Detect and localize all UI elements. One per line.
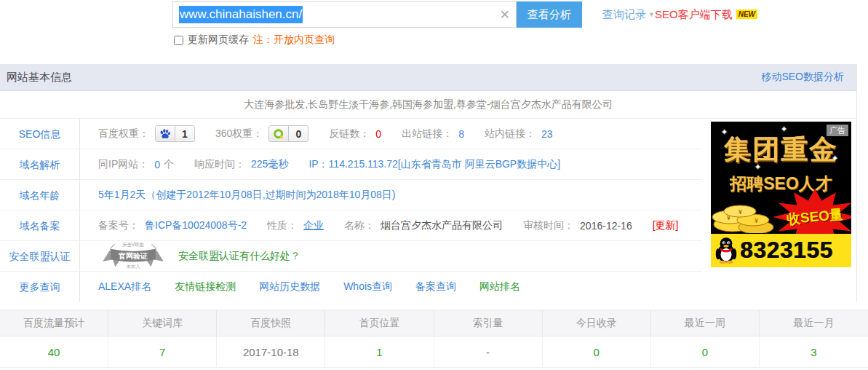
ad-subline: 招聘SEO人才 (711, 173, 851, 195)
weight360-badge[interactable]: 0 (268, 125, 308, 142)
link-site-rank[interactable]: 网站排名 (479, 280, 520, 294)
ad-qq-number: 8323155 (740, 237, 833, 264)
link-alexa-rank[interactable]: ALEXA排名 (98, 280, 151, 294)
row-icp: 域名备案 备案号： 鲁ICP备10024008号-2 性质： 企业 名称： 烟台… (0, 210, 702, 241)
inner-page-note: 注：开放内页查询 (253, 34, 335, 47)
ad-tag-label: 广告 (827, 125, 848, 136)
ad-headline: 集团重金 (711, 132, 851, 168)
row-label-more: 更多查询 (0, 272, 80, 302)
search-query-text: www.chinahaishen.cn/ (179, 6, 303, 23)
link-site-history[interactable]: 网站历史数据 (259, 280, 320, 294)
icp-number-label: 备案号： (98, 219, 139, 232)
ip-address-value[interactable]: IP：114.215.113.72[山东省青岛市 阿里云BGP数据中心] (308, 158, 560, 171)
section-title: 网站基本信息 (7, 71, 72, 84)
weight360-label: 360权重： (215, 127, 263, 141)
section-header: 网站基本信息 移动SEO数据分析 (0, 64, 857, 91)
same-ip-label: 同IP网站： (98, 158, 148, 171)
stat-last-month[interactable]: 3 (760, 336, 868, 368)
qq-penguin-icon (715, 236, 737, 266)
outbound-value[interactable]: 8 (458, 128, 464, 140)
ad-qq-strip: 8323155 (711, 234, 851, 267)
outbound-label: 出站链接： (402, 127, 453, 141)
chevron-down-icon: ▼ (648, 11, 655, 18)
refresh-cache-label: 更新网页缓存 (188, 34, 249, 47)
svg-text:¥: ¥ (754, 217, 758, 224)
internal-links-label: 站内链接： (485, 127, 535, 141)
clear-icon[interactable]: ✕ (500, 7, 510, 23)
ad-banner[interactable]: 广告 ✦ ✦ ✦ ✦ 集团重金 招聘SEO人才 收SEO量 ¥ ¥ ¥ (711, 122, 851, 267)
row-dns: 域名解析 同IP网站： 0 个 响应时间： 225毫秒 IP：114.215.1… (0, 149, 702, 180)
weight360-value: 0 (289, 126, 308, 141)
link-whois-query[interactable]: Whois查询 (343, 280, 392, 294)
icp-number-value[interactable]: 鲁ICP备10024008号-2 (145, 219, 247, 232)
row-label-icp: 域名备案 (0, 210, 80, 240)
traffic-stats-table: 百度流量预计 关键词库 百度快照 首页位置 索引量 今日收录 最近一周 最近一月… (0, 310, 868, 368)
row-more-queries: 更多查询 ALEXA排名 友情链接检测 网站历史数据 Whois查询 备案查询 … (0, 272, 702, 302)
query-history-dropdown[interactable]: 查询记录▼ (602, 8, 655, 22)
stats-header: 最近一周 (651, 310, 760, 336)
backlinks-value[interactable]: 0 (375, 128, 381, 140)
icp-audit-label: 审核时间： (523, 219, 574, 232)
stat-baidu-snapshot[interactable]: 2017-10-18 (217, 336, 325, 368)
svg-text:官网验证: 官网验证 (119, 252, 148, 260)
row-security: 安全联盟认证 官网验证 安全V联盟 未加入 安全联盟认证有什么好处？ (0, 241, 702, 272)
sparkle-icon: ✦ (832, 154, 838, 163)
same-ip-value[interactable]: 0 (154, 159, 160, 170)
stats-header-row: 百度流量预计 关键词库 百度快照 首页位置 索引量 今日收录 最近一周 最近一月 (0, 310, 868, 336)
link-icp-query[interactable]: 备案查询 (415, 280, 456, 294)
stats-header: 首页位置 (325, 310, 434, 336)
baidu-weight-value: 1 (175, 126, 194, 141)
sparkle-icon: ✦ (721, 127, 728, 137)
baidu-weight-label: 百度权重： (98, 127, 149, 141)
icp-name-label: 名称： (344, 219, 375, 232)
refresh-cache-checkbox[interactable] (174, 36, 183, 45)
sparkle-icon: ✦ (781, 125, 787, 134)
stats-header: 百度快照 (217, 310, 325, 336)
svg-text:¥: ¥ (738, 208, 742, 216)
svg-text:¥: ¥ (727, 214, 730, 221)
security-benefit-link[interactable]: 安全联盟认证有什么好处？ (178, 250, 300, 263)
response-time-value: 225毫秒 (251, 158, 288, 171)
domain-age-value: 5年1月2天（创建于2012年10月08日,过期时间为2018年10月08日) (98, 189, 396, 202)
row-label-seo: SEO信息 (0, 119, 80, 149)
sparkle-icon: ✦ (754, 162, 761, 172)
seo-client-download-link[interactable]: SEO客户端下载NEW (655, 8, 757, 22)
top-search-bar: www.chinahaishen.cn/ ✕ 查看分析 查询记录▼ SEO客户端… (0, 0, 868, 62)
icp-audit-value: 2016-12-16 (580, 220, 632, 232)
stats-header: 最近一月 (760, 310, 868, 336)
refresh-cache-row: 更新网页缓存 注：开放内页查询 (174, 34, 335, 47)
response-time-label: 响应时间： (194, 158, 245, 171)
row-domain-age: 域名年龄 5年1月2天（创建于2012年10月08日,过期时间为2018年10月… (0, 180, 702, 210)
svg-text:安全V联盟: 安全V联盟 (122, 242, 144, 247)
link-friend-link-check[interactable]: 友情链接检测 (175, 280, 236, 294)
ad-burst-text: 收SEO量 (786, 205, 844, 229)
site-title: 大连海参批发,长岛野生淡干海参,韩国海参加盟,尊参堂-烟台宫夕杰水产品有限公司 (0, 91, 856, 118)
same-ip-unit: 个 (164, 158, 174, 171)
baidu-paw-icon (156, 126, 175, 141)
security-ribbon-badge-icon[interactable]: 官网验证 安全V联盟 未加入 (98, 240, 168, 272)
row-label-security: 安全联盟认证 (0, 241, 80, 271)
svg-text:未加入: 未加入 (126, 264, 140, 269)
360-logo-icon (269, 126, 289, 141)
gold-coins-icon: ¥ ¥ ¥ (711, 195, 791, 235)
icp-nature-value[interactable]: 企业 (303, 219, 324, 232)
new-badge: NEW (736, 9, 757, 19)
backlinks-label: 反链数： (329, 127, 370, 141)
stat-index-volume: - (434, 336, 543, 368)
row-label-dns: 域名解析 (0, 149, 80, 179)
icp-update-link[interactable]: [更新] (653, 219, 679, 232)
row-seo-info: SEO信息 百度权重： 1 360权重： 0 反链数： 0 (0, 119, 702, 149)
stat-baidu-traffic[interactable]: 40 (0, 336, 108, 368)
stat-today-indexed[interactable]: 0 (543, 336, 651, 368)
search-input[interactable]: www.chinahaishen.cn/ ✕ (172, 1, 517, 28)
stats-header: 索引量 (434, 310, 543, 336)
stats-value-row: 40 7 2017-10-18 1 - 0 0 3 (0, 336, 868, 368)
icp-name-value: 烟台宫夕杰水产品有限公司 (381, 219, 503, 232)
stat-keyword-count[interactable]: 7 (108, 336, 217, 368)
internal-links-value[interactable]: 23 (541, 128, 553, 140)
mobile-seo-link[interactable]: 移动SEO数据分析 (761, 71, 844, 84)
analyze-button[interactable]: 查看分析 (517, 1, 582, 28)
stat-homepage-position[interactable]: 1 (325, 336, 434, 368)
baidu-weight-badge[interactable]: 1 (155, 125, 195, 142)
stat-last-week[interactable]: 0 (651, 336, 760, 368)
